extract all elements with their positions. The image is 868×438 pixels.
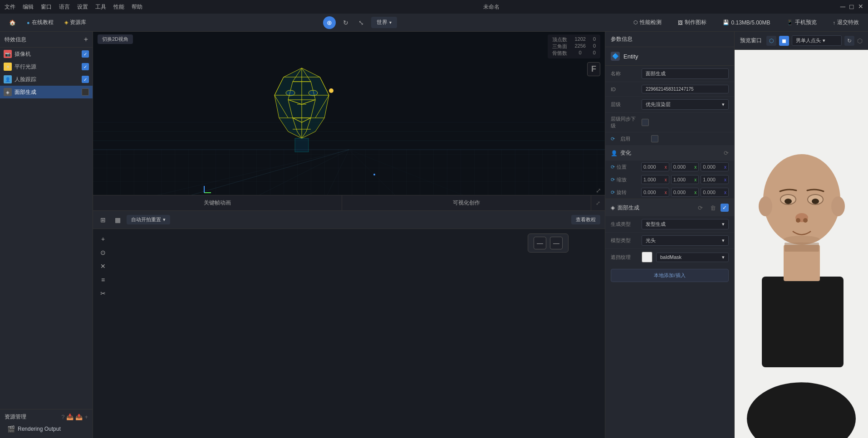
align-node-icon[interactable]: ≡ (98, 274, 108, 285)
scene-item-face-tracking[interactable]: 👤 人脸跟踪 ✓ (0, 73, 93, 86)
make-icon-btn[interactable]: 🖼 制作图标 (673, 17, 711, 28)
menu-file[interactable]: 文件 (5, 3, 15, 11)
name-value[interactable]: 面部生成 (642, 68, 729, 79)
menu-tools[interactable]: 工具 (95, 3, 106, 11)
scene-item-face-gen[interactable]: ◈ 面部生成 (0, 86, 93, 98)
expand-btn[interactable]: ⤡ (356, 17, 367, 28)
menubar-center: ⊕ ↻ ⤡ 世界 ▾ (91, 16, 629, 29)
menu-performance[interactable]: 性能 (113, 3, 124, 11)
assets-panel: 资源管理 ? 📥 📤 + 🎬 Rendering Output (0, 409, 93, 438)
delete-node-icon[interactable]: ✕ (98, 261, 108, 272)
position-z[interactable]: 0.000 x (701, 162, 729, 171)
preview-expand-icon[interactable]: ⬡ (857, 37, 863, 44)
online-tutorial-btn[interactable]: ● 在线教程 (22, 17, 58, 28)
light-visibility[interactable]: ✓ (82, 63, 89, 70)
menu-help[interactable]: 帮助 (132, 3, 142, 11)
facegen-enable-check[interactable]: ✓ (721, 204, 729, 212)
auto-shoot-btn[interactable]: 自动开拍重置 ▾ (127, 215, 170, 224)
menu-window[interactable]: 窗口 (41, 3, 52, 11)
face-tracking-visibility[interactable]: ✓ (82, 76, 89, 83)
preview-icon1[interactable]: ⬡ (766, 36, 776, 46)
rotation-z[interactable]: 0.000 x (701, 188, 729, 197)
position-row: ⟳ 位置 0.000 x 0.000 x 0.000 x (605, 161, 734, 173)
preview-model-select[interactable]: 男单人点头 ▾ (792, 35, 842, 46)
transform-section-header[interactable]: 👤 变化 ⟳ (605, 146, 734, 161)
scale-x[interactable]: 1.000 x (641, 175, 669, 184)
world-dropdown[interactable]: 世界 ▾ (371, 17, 397, 28)
phone-preview-btn[interactable]: 📱 手机预览 (782, 17, 821, 28)
assets-import-icon[interactable]: 📥 (66, 414, 74, 420)
layer-select[interactable]: 优先渲染层 ▾ (642, 99, 729, 110)
window-title: 未命名 (483, 3, 500, 11)
window-controls[interactable]: ─ ◻ ✕ (840, 3, 863, 11)
close-btn[interactable]: ✕ (858, 3, 863, 11)
assets-export-icon[interactable]: 📤 (75, 414, 83, 420)
facegen-refresh-icon[interactable]: ⟳ (695, 203, 705, 213)
viewport-expand-icon[interactable]: ⤢ (596, 187, 601, 194)
vertices-label: 顶点数 (552, 36, 567, 43)
facegen-delete-icon[interactable]: 🗑 (708, 203, 718, 213)
home-btn[interactable]: 🏠 (5, 18, 20, 28)
enable-toggle[interactable] (651, 135, 658, 142)
viewport-3d[interactable]: 切换2D视角 顶点数 1202 0 三角面 2256 0 (93, 32, 605, 211)
enable-label: 启用 (620, 136, 647, 142)
output-dash2[interactable]: — (550, 237, 563, 249)
node-grid-icon[interactable]: ▦ (112, 214, 123, 225)
maximize-btn[interactable]: ◻ (849, 3, 854, 11)
add-insert-btn[interactable]: 本地添加/插入 (611, 269, 729, 282)
assets-add-icon[interactable]: + (84, 414, 88, 420)
menu-language[interactable]: 语言 (59, 3, 70, 11)
tab-keyframe[interactable]: 关键帧动画 (93, 195, 342, 210)
node-graph[interactable]: ⊞ ▦ 自动开拍重置 ▾ 查看教程 + ⊙ ✕ ≡ ✂ — — (93, 211, 605, 438)
scene-item-light[interactable]: ☀ 平行光源 ✓ (0, 60, 93, 73)
preview-header: 预览窗口 ⬡ ◼ 男单人点头 ▾ ↻ ⬡ (735, 32, 868, 50)
scene-item-camera[interactable]: 📷 摄像机 ✓ (0, 48, 93, 60)
add-effect-icon[interactable]: + (84, 35, 88, 44)
node-select-icon[interactable]: ⊞ (98, 214, 108, 225)
gen-type-select[interactable]: 发型生成 ▾ (642, 219, 729, 229)
rendering-output-icon: 🎬 (7, 425, 15, 433)
scale-z[interactable]: 1.000 x (701, 175, 729, 184)
perf-check-btn[interactable]: ⬡ 性能检测 (629, 17, 666, 28)
rotation-x[interactable]: 0.000 x (641, 188, 669, 197)
rendering-output-item[interactable]: 🎬 Rendering Output (5, 423, 88, 434)
submit-effect-btn[interactable]: ↑ 退交特效 (829, 17, 864, 28)
preview-refresh-btn[interactable]: ↻ (844, 36, 854, 46)
model-type-select[interactable]: 光头 ▾ (642, 235, 729, 246)
cut-node-icon[interactable]: ✂ (98, 288, 108, 299)
transform-reset-icon[interactable]: ⟳ (724, 150, 729, 156)
position-y[interactable]: 0.000 x (671, 162, 699, 171)
link-node-icon[interactable]: ⊙ (98, 247, 108, 258)
face-gen-visibility[interactable] (82, 88, 89, 96)
refresh-btn[interactable]: ↻ (340, 17, 351, 28)
scale-y[interactable]: 1.000 x (671, 175, 699, 184)
svg-rect-38 (762, 277, 843, 367)
assets-help-icon[interactable]: ? (61, 414, 64, 420)
preview-icon2[interactable]: ◼ (779, 36, 789, 46)
menu-edit[interactable]: 编辑 (23, 3, 34, 11)
svg-point-41 (759, 196, 772, 216)
layer-sync-toggle[interactable] (642, 119, 649, 126)
add-effect-btn[interactable]: ⊕ (323, 16, 336, 29)
minimize-btn[interactable]: ─ (840, 3, 845, 11)
menu-settings[interactable]: 设置 (77, 3, 88, 11)
switch-2d-btn[interactable]: 切换2D视角 (98, 34, 133, 44)
assets-library-btn[interactable]: ◈ 资源库 (60, 17, 91, 28)
svg-point-53 (784, 236, 820, 243)
svg-point-24 (309, 90, 318, 96)
svg-rect-52 (785, 243, 819, 252)
model-type-label: 模型类型 (611, 237, 638, 244)
view-tutorial-btn[interactable]: 查看教程 (571, 215, 600, 224)
tab-visual[interactable]: 可视化创作 (342, 195, 591, 210)
position-x[interactable]: 0.000 x (641, 162, 669, 171)
rotation-y[interactable]: 0.000 x (671, 188, 699, 197)
f-camera-btn[interactable]: F (587, 62, 600, 76)
add-node-icon[interactable]: + (98, 234, 108, 244)
camera-visibility[interactable]: ✓ (82, 50, 89, 58)
viewport-fullscreen-icon[interactable]: ⤢ (591, 195, 605, 210)
mask-select[interactable]: baldMask ▾ (656, 253, 729, 262)
output-dash1[interactable]: — (534, 237, 546, 249)
titlebar-menu[interactable]: 文件 编辑 窗口 语言 设置 工具 性能 帮助 (5, 3, 142, 11)
svg-point-48 (812, 199, 819, 204)
face-tracking-label: 人脸跟踪 (15, 76, 79, 83)
